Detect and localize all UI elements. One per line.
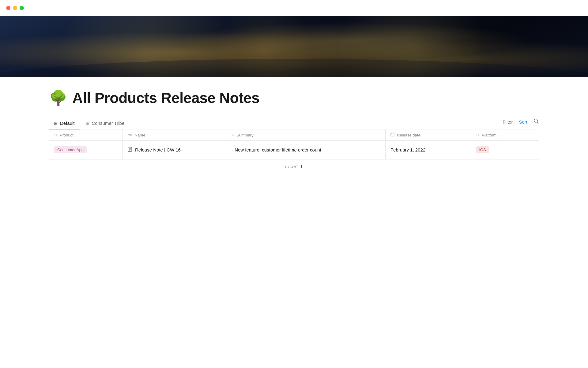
tabs-bar: ⊞ Default ⊞ Consumer Tribe Filter Sort (49, 117, 539, 129)
th-release-date: Release date (386, 129, 471, 140)
row-name: Release Note | CW 16 (135, 147, 181, 152)
table-row[interactable]: Consumer App Release Note | CW 16 - New … (49, 141, 539, 159)
row-release-date: February 1, 2022 (390, 147, 425, 152)
page-title-emoji: 🌳 (49, 91, 67, 105)
tabs-right: Filter Sort (503, 118, 539, 128)
th-name-icon: Aa (128, 133, 132, 137)
sort-button[interactable]: Sort (519, 119, 527, 125)
platform-tag: iOS (476, 146, 489, 153)
th-summary: ≡ Summary (227, 129, 386, 140)
th-product-icon: ⊙ (54, 133, 57, 137)
product-tag: Consumer App (54, 146, 87, 153)
table: ⊙ Product Aa Name ≡ Summary (49, 129, 539, 159)
tab-default[interactable]: ⊞ Default (49, 117, 80, 129)
count-value: 1 (300, 164, 303, 169)
th-summary-icon: ≡ (232, 133, 234, 137)
th-name-label: Name (135, 133, 145, 137)
th-product-label: Product (60, 133, 74, 137)
minimize-button[interactable] (13, 6, 17, 10)
hero-banner (0, 16, 588, 77)
th-release-date-label: Release date (397, 133, 420, 137)
th-date-icon (390, 132, 394, 137)
count-label: COUNT (285, 165, 299, 169)
tab-default-label: Default (60, 121, 75, 126)
td-platform: iOS (471, 141, 539, 159)
search-button[interactable] (533, 118, 539, 125)
count-row: COUNT 1 (49, 159, 539, 174)
td-summary: - New feature: customer lifetime order c… (227, 141, 386, 159)
page-title: All Products Release Notes (72, 90, 259, 106)
maximize-button[interactable] (20, 6, 24, 10)
th-name: Aa Name (123, 129, 227, 140)
row-summary: - New feature: customer lifetime order c… (232, 147, 321, 152)
th-summary-label: Summary (236, 133, 254, 137)
doc-icon (128, 147, 132, 153)
tab-consumer-tribe[interactable]: ⊞ Consumer Tribe (81, 117, 130, 129)
table-header: ⊙ Product Aa Name ≡ Summary (49, 129, 539, 141)
th-platform: ⊙ Platform (471, 129, 539, 140)
filter-button[interactable]: Filter (503, 119, 513, 125)
close-button[interactable] (6, 6, 10, 10)
th-product: ⊙ Product (49, 129, 123, 140)
tabs-left: ⊞ Default ⊞ Consumer Tribe (49, 117, 129, 129)
svg-line-1 (537, 122, 539, 123)
td-release-date: February 1, 2022 (386, 141, 471, 159)
page-title-container: 🌳 All Products Release Notes (49, 90, 539, 106)
td-product: Consumer App (49, 141, 123, 159)
tab-default-icon: ⊞ (54, 121, 58, 126)
tab-consumer-tribe-label: Consumer Tribe (92, 121, 125, 126)
td-name[interactable]: Release Note | CW 16 (123, 141, 227, 159)
svg-rect-2 (391, 133, 394, 136)
main-content: 🌳 All Products Release Notes ⊞ Default ⊞… (0, 77, 588, 174)
tab-consumer-tribe-icon: ⊞ (86, 121, 89, 126)
th-platform-icon: ⊙ (476, 133, 479, 137)
titlebar (0, 0, 588, 16)
th-platform-label: Platform (482, 133, 496, 137)
